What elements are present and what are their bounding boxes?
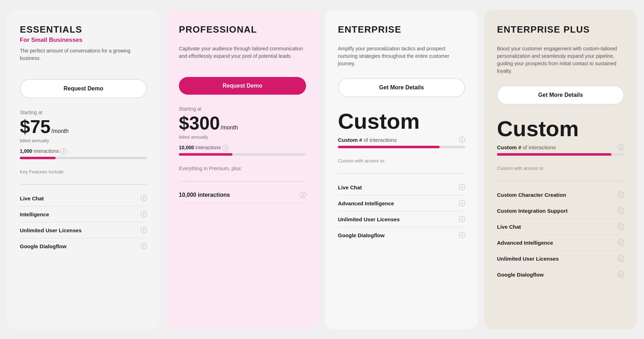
enterprise-plus-title: ENTERPRISE PLUS — [497, 24, 624, 35]
professional-subtitle-spacer — [179, 37, 306, 45]
professional-starting-at: Starting at — [179, 106, 306, 112]
enterprise-plus-custom-character-info-icon[interactable]: i — [618, 191, 624, 198]
enterprise-plus-custom-integration-info-icon[interactable]: i — [618, 207, 624, 214]
essentials-period: /month — [51, 128, 69, 134]
professional-title: PROFESSIONAL — [179, 24, 306, 35]
essentials-interactions-label: 1,000 interactions i — [20, 148, 147, 155]
essentials-progress-bar — [20, 157, 147, 159]
professional-everything-plus: Everything in Premium, plus: — [179, 166, 306, 171]
enterprise-plus-live-chat-info-icon[interactable]: i — [618, 223, 624, 230]
enterprise-plus-progress-fill — [497, 153, 611, 156]
essentials-divider — [20, 184, 147, 185]
enterprise-plus-feature-custom-integration: Custom Integration Support i — [497, 203, 624, 219]
enterprise-feature-advanced-intelligence-label: Advanced Intelligence — [338, 200, 394, 206]
professional-price: $300 — [179, 112, 220, 134]
enterprise-feature-advanced-intelligence: Advanced Intelligence i — [338, 195, 465, 211]
enterprise-feature-unlimited-users-label: Unlimited User Licenses — [338, 216, 400, 222]
professional-included-interactions-info-icon[interactable]: i — [300, 192, 306, 198]
enterprise-progress-fill — [338, 146, 440, 148]
enterprise-description: Amplify your personalization tactics and… — [338, 45, 465, 67]
enterprise-section-label: Custom with access to: — [338, 158, 465, 163]
essentials-price: $75 — [20, 116, 51, 137]
enterprise-feature-unlimited-users: Unlimited User Licenses i — [338, 211, 465, 227]
enterprise-plus-custom-interactions-info-icon[interactable]: i — [618, 144, 624, 150]
enterprise-plus-advanced-intelligence-info-icon[interactable]: i — [618, 239, 624, 246]
professional-request-demo-button[interactable]: Request Demo — [179, 77, 306, 95]
essentials-unlimited-users-info-icon[interactable]: i — [141, 227, 147, 233]
card-essentials: ESSENTIALS For Small Businesses The perf… — [7, 10, 160, 329]
enterprise-plus-custom-interactions: Custom # of interactions i — [497, 144, 624, 150]
enterprise-live-chat-info-icon[interactable]: i — [459, 184, 465, 190]
essentials-interactions-info-icon[interactable]: i — [60, 148, 67, 155]
essentials-feature-google-dialogflow: Google Dialogflow i — [20, 238, 147, 254]
essentials-request-demo-button[interactable]: Request Demo — [20, 79, 147, 98]
essentials-feature-live-chat: Live Chat i — [20, 190, 147, 206]
enterprise-custom-interactions-info-icon[interactable]: i — [459, 137, 465, 143]
card-enterprise-plus: ENTERPRISE PLUS Boost your customer enga… — [484, 10, 637, 329]
enterprise-plus-feature-custom-character: Custom Character Creation i — [497, 187, 624, 203]
enterprise-feature-live-chat: Live Chat i — [338, 179, 465, 195]
essentials-live-chat-info-icon[interactable]: i — [141, 195, 147, 201]
enterprise-plus-custom-price: Custom — [497, 116, 624, 141]
professional-divider — [179, 181, 306, 182]
enterprise-plus-feature-advanced-intelligence-label: Advanced Intelligence — [497, 240, 553, 246]
enterprise-unlimited-users-info-icon[interactable]: i — [459, 216, 465, 222]
enterprise-custom-interactions-label: Custom # of interactions — [338, 137, 397, 143]
enterprise-plus-feature-unlimited-users-label: Unlimited User Licenses — [497, 256, 559, 262]
professional-interactions-info-icon[interactable]: i — [222, 145, 228, 151]
enterprise-plus-feature-google-dialogflow-label: Google Dialogflow — [497, 272, 544, 278]
essentials-intelligence-info-icon[interactable]: i — [141, 211, 147, 217]
enterprise-plus-feature-custom-character-label: Custom Character Creation — [497, 192, 566, 198]
card-professional: PROFESSIONAL Captivate your audience thr… — [166, 10, 319, 329]
professional-progress-bar — [179, 153, 306, 156]
enterprise-feature-google-dialogflow-label: Google Dialogflow — [338, 232, 385, 238]
enterprise-divider — [338, 173, 465, 174]
card-enterprise: ENTERPRISE Amplify your personalization … — [325, 10, 478, 329]
enterprise-plus-custom-interactions-label: Custom # of interactions — [497, 144, 556, 150]
essentials-subtitle: For Small Businesses — [20, 37, 147, 44]
essentials-description: The perfect amount of conversations for … — [20, 47, 147, 68]
essentials-starting-at: Starting at — [20, 110, 147, 115]
enterprise-title: ENTERPRISE — [338, 24, 465, 35]
enterprise-plus-progress-bar — [497, 153, 624, 156]
essentials-feature-intelligence: Intelligence i — [20, 206, 147, 222]
professional-period: /month — [221, 124, 238, 131]
essentials-billed: billed annually — [20, 138, 147, 143]
essentials-feature-live-chat-label: Live Chat — [20, 195, 44, 201]
enterprise-plus-feature-custom-integration-label: Custom Integration Support — [497, 208, 567, 214]
enterprise-plus-feature-google-dialogflow: Google Dialogflow i — [497, 267, 624, 282]
enterprise-custom-price: Custom — [338, 109, 465, 134]
enterprise-get-more-details-button[interactable]: Get More Details — [338, 78, 465, 97]
professional-interactions-label: 10,000 interactions i — [179, 145, 306, 151]
enterprise-plus-unlimited-users-info-icon[interactable]: i — [618, 255, 624, 262]
enterprise-plus-feature-live-chat-label: Live Chat — [497, 224, 521, 230]
essentials-progress-fill — [20, 157, 56, 159]
enterprise-plus-feature-advanced-intelligence: Advanced Intelligence i — [497, 235, 624, 251]
enterprise-plus-google-dialogflow-info-icon[interactable]: i — [618, 271, 624, 278]
enterprise-plus-get-more-details-button[interactable]: Get More Details — [497, 85, 624, 105]
essentials-google-dialogflow-info-icon[interactable]: i — [141, 243, 147, 249]
enterprise-progress-bar — [338, 146, 465, 148]
enterprise-plus-section-label: Custom with access to: — [497, 166, 624, 171]
professional-description: Captivate your audience through tailored… — [179, 45, 306, 66]
professional-included-interactions: 10,000 interactions i — [179, 187, 306, 203]
professional-included-interactions-label: 10,000 interactions — [179, 192, 230, 198]
pricing-cards: ESSENTIALS For Small Businesses The perf… — [7, 10, 637, 329]
enterprise-plus-divider — [497, 181, 624, 181]
essentials-feature-unlimited-users: Unlimited User Licenses i — [20, 222, 147, 238]
enterprise-plus-description: Boost your customer engagement with cust… — [497, 45, 624, 75]
enterprise-plus-feature-unlimited-users: Unlimited User Licenses i — [497, 251, 624, 267]
enterprise-feature-google-dialogflow: Google Dialogflow i — [338, 227, 465, 243]
enterprise-subtitle-spacer — [338, 37, 465, 45]
enterprise-plus-subtitle-spacer — [497, 37, 624, 45]
essentials-feature-intelligence-label: Intelligence — [20, 211, 49, 217]
enterprise-custom-interactions: Custom # of interactions i — [338, 137, 465, 143]
professional-progress-fill — [179, 153, 232, 156]
essentials-feature-unlimited-users-label: Unlimited User Licenses — [20, 227, 81, 233]
enterprise-feature-live-chat-label: Live Chat — [338, 184, 362, 190]
enterprise-google-dialogflow-info-icon[interactable]: i — [459, 232, 465, 238]
essentials-title: ESSENTIALS — [20, 24, 147, 35]
essentials-section-label: Key Features Include: — [20, 169, 147, 174]
enterprise-advanced-intelligence-info-icon[interactable]: i — [459, 200, 465, 206]
enterprise-plus-feature-live-chat: Live Chat i — [497, 219, 624, 235]
